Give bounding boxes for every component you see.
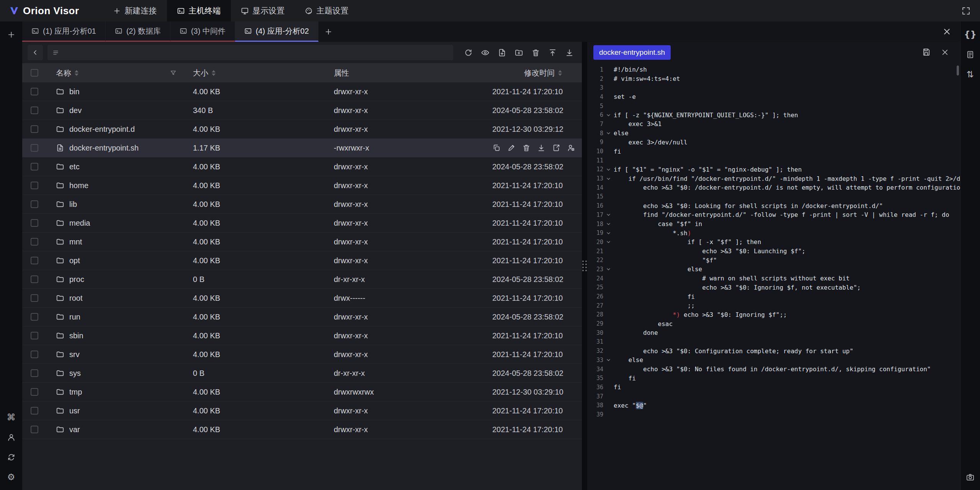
select-all-checkbox[interactable]	[31, 69, 38, 77]
download-button[interactable]	[562, 45, 577, 60]
save-button[interactable]	[922, 48, 931, 57]
file-row[interactable]: srv4.00 KBdrwxr-xr-x2021-11-24 17:20:10	[22, 345, 582, 364]
plus-button[interactable]	[3, 26, 19, 43]
row-checkbox[interactable]	[31, 257, 38, 264]
row-checkbox[interactable]	[31, 426, 38, 433]
terminal-tab-1[interactable]: (1) 应用-分析01	[22, 21, 106, 42]
row-checkbox[interactable]	[31, 369, 38, 377]
row-checkbox[interactable]	[31, 163, 38, 170]
row-checkbox[interactable]	[31, 388, 38, 396]
edit-button[interactable]	[507, 144, 516, 152]
terminal-tab-3[interactable]: (3) 中间件	[170, 21, 235, 42]
command-button[interactable]: ⌘	[3, 409, 19, 425]
fold-chevron-icon[interactable]	[603, 267, 614, 272]
fold-chevron-icon[interactable]	[603, 212, 614, 217]
doc-button[interactable]	[962, 46, 978, 62]
terminal-tab-4[interactable]: (4) 应用-分析02	[235, 21, 318, 42]
row-checkbox[interactable]	[31, 332, 38, 339]
terminal-tab-2[interactable]: (2) 数据库	[106, 21, 170, 42]
filter-icon[interactable]	[170, 69, 177, 77]
sort-icon[interactable]	[558, 70, 562, 76]
sort-icon[interactable]	[212, 70, 216, 76]
file-row[interactable]: tmp4.00 KBdrwxrwxrwx2021-12-30 03:29:10	[22, 383, 582, 402]
fullscreen-button[interactable]	[958, 3, 974, 19]
fold-chevron-icon[interactable]	[603, 231, 614, 236]
fold-chevron-icon[interactable]	[603, 357, 614, 362]
file-row[interactable]: var4.00 KBdrwxr-xr-x2021-11-24 17:20:10	[22, 420, 582, 439]
row-checkbox[interactable]	[31, 182, 38, 189]
fold-chevron-icon[interactable]	[603, 131, 614, 136]
menu-item-1[interactable]: 新建连接	[103, 0, 167, 21]
file-row[interactable]: sys0 Bdr-xr-xr-x2024-05-28 23:58:02	[22, 364, 582, 383]
row-checkbox[interactable]	[31, 88, 38, 95]
app-logo[interactable]: Orion Visor	[0, 5, 89, 17]
delete-button[interactable]	[522, 144, 531, 152]
row-checkbox[interactable]	[31, 351, 38, 358]
file-row[interactable]: sbin4.00 KBdrwxr-xr-x2021-11-24 17:20:10	[22, 326, 582, 345]
row-checkbox[interactable]	[31, 144, 38, 152]
row-checkbox[interactable]	[31, 294, 38, 302]
file-row[interactable]: etc4.00 KBdrwxr-xr-x2024-05-28 23:58:02	[22, 157, 582, 176]
file-row[interactable]: media4.00 KBdrwxr-xr-x2021-11-24 17:20:1…	[22, 214, 582, 233]
code-editor[interactable]: 1#!/bin/sh2# vim:sw=4:ts=4:et34set -e56i…	[587, 63, 960, 490]
code-text: # vim:sw=4:ts=4:et	[614, 75, 960, 82]
close-panel-button[interactable]	[939, 24, 955, 40]
row-checkbox[interactable]	[31, 407, 38, 415]
panel-splitter[interactable]	[582, 42, 587, 490]
chmod-button[interactable]	[567, 144, 575, 152]
refresh-button[interactable]	[461, 45, 475, 60]
menu-item-4[interactable]: 主题设置	[295, 0, 359, 21]
file-row[interactable]: dev340 Bdrwxr-xr-x2024-05-28 23:58:02	[22, 101, 582, 120]
back-button[interactable]	[28, 45, 43, 60]
sync-button[interactable]	[3, 449, 19, 465]
user-button[interactable]	[3, 429, 19, 445]
code-text: ;;	[614, 302, 960, 309]
fold-chevron-icon[interactable]	[603, 221, 614, 226]
file-row[interactable]: mnt4.00 KBdrwxr-xr-x2021-11-24 17:20:10	[22, 233, 582, 251]
eye-button[interactable]	[478, 45, 492, 60]
menu-item-3[interactable]: 显示设置	[231, 0, 295, 21]
transfer-button[interactable]: ⇅	[962, 66, 978, 82]
file-row[interactable]: proc0 Bdr-xr-xr-x2024-05-28 23:58:02	[22, 270, 582, 289]
fold-chevron-icon[interactable]	[603, 113, 614, 118]
braces-button[interactable]: {}	[962, 26, 978, 43]
camera-button[interactable]	[962, 469, 978, 485]
file-row[interactable]: lib4.00 KBdrwxr-xr-x2021-11-24 17:20:10	[22, 195, 582, 214]
copy-button[interactable]	[492, 144, 501, 152]
new-tab-button[interactable]	[318, 21, 338, 42]
sort-icon[interactable]	[75, 70, 78, 76]
fold-chevron-icon[interactable]	[603, 167, 614, 172]
file-row[interactable]: run4.00 KBdrwxr-xr-x2024-05-28 23:58:02	[22, 308, 582, 326]
row-checkbox[interactable]	[31, 219, 38, 227]
move-button[interactable]	[552, 144, 560, 152]
row-checkbox[interactable]	[31, 313, 38, 321]
fold-chevron-icon[interactable]	[603, 176, 614, 181]
file-row[interactable]: bin4.00 KBdrwxr-xr-x2021-11-24 17:20:10	[22, 82, 582, 101]
download-button[interactable]	[537, 144, 546, 152]
row-checkbox[interactable]	[31, 200, 38, 208]
editor-scrollbar[interactable]	[957, 66, 959, 75]
path-input[interactable]	[63, 48, 449, 57]
new-folder-button[interactable]	[511, 45, 526, 60]
editor-file-tab[interactable]: docker-entrypoint.sh	[593, 45, 671, 60]
file-row[interactable]: root4.00 KBdrwx------2021-11-24 17:20:10	[22, 289, 582, 308]
gear-button[interactable]: ⚙	[3, 469, 19, 485]
upload-button[interactable]	[545, 45, 560, 60]
file-row[interactable]: docker-entrypoint.sh1.17 KB-rwxrwxr-x	[22, 139, 582, 157]
file-row[interactable]: usr4.00 KBdrwxr-xr-x2021-11-24 17:20:10	[22, 402, 582, 420]
row-checkbox[interactable]	[31, 107, 38, 114]
close-button[interactable]	[941, 48, 949, 57]
row-checkbox[interactable]	[31, 125, 38, 133]
row-checkbox[interactable]	[31, 238, 38, 246]
file-row[interactable]: docker-entrypoint.d4.00 KBdrwxr-xr-x2021…	[22, 120, 582, 139]
line-number: 14	[587, 184, 603, 191]
row-checkbox[interactable]	[31, 275, 38, 283]
trash-button[interactable]	[528, 45, 543, 60]
menu-item-2[interactable]: 主机终端	[167, 0, 231, 21]
new-file-button[interactable]	[495, 45, 509, 60]
column-label: 名称	[56, 68, 71, 78]
file-row[interactable]: opt4.00 KBdrwxr-xr-x2021-11-24 17:20:10	[22, 251, 582, 270]
file-name: dev	[69, 106, 82, 115]
file-row[interactable]: home4.00 KBdrwxr-xr-x2021-11-24 17:20:10	[22, 176, 582, 195]
fold-chevron-icon[interactable]	[603, 239, 614, 244]
